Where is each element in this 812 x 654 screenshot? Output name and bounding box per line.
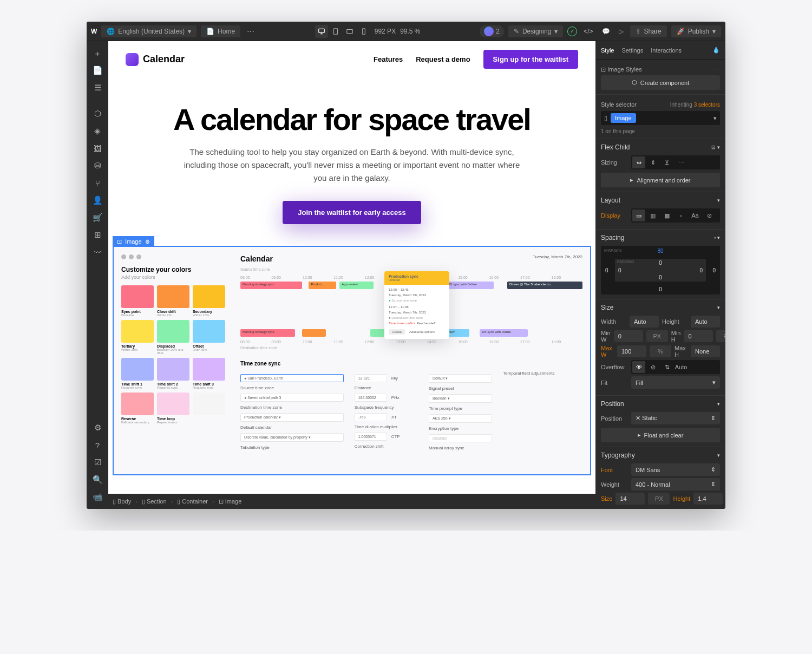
color-swatch[interactable]: Time loopRepeat timers [157, 393, 189, 424]
nav-features[interactable]: Features [374, 55, 403, 63]
color-swatch[interactable]: Time shift 2Requires sync [157, 358, 189, 389]
gear-icon[interactable]: ⚙ [145, 239, 150, 245]
ecommerce-icon[interactable]: 🛒 [90, 210, 105, 225]
breadcrumb-item[interactable]: ▯ Body [113, 498, 131, 505]
float-clear-button[interactable]: ▸ Float and clear [601, 428, 720, 442]
sizing-none-icon[interactable]: ⊻ [660, 156, 673, 168]
color-swatch[interactable]: OffsetOver 45% [193, 320, 225, 355]
timeline-event[interactable]: UX sync with Didine [446, 282, 493, 289]
timeline-event[interactable]: UX sync with Didine [480, 329, 527, 337]
tab-interactions[interactable]: Interactions [651, 44, 682, 57]
share-button[interactable]: ⇪ Share [630, 25, 667, 37]
breakpoint-tablet-icon[interactable] [329, 25, 342, 38]
weight-select[interactable]: 400 - Normal⇕ [631, 478, 720, 491]
apps-icon[interactable]: ⊞ [90, 227, 105, 243]
color-swatch[interactable]: SecondaryWithin 15% [193, 285, 225, 317]
popup-create[interactable]: Create [389, 329, 405, 335]
publish-button[interactable]: 🚀 Publish ▾ [671, 25, 721, 37]
display-inline-icon[interactable]: Aa [689, 210, 702, 221]
class-selector[interactable]: ▯ Image ▾ [601, 111, 720, 125]
popup-more[interactable]: Additional options [406, 329, 438, 335]
mode-selector[interactable]: ✎ Designing ▾ [508, 25, 563, 37]
help-icon[interactable]: ? [90, 437, 105, 453]
breadcrumb-item[interactable]: ⊡ Image [219, 498, 242, 505]
assets-icon[interactable]: 🖼 [90, 141, 105, 156]
pages-icon[interactable]: 📄 [90, 63, 105, 78]
maxw-input[interactable] [617, 345, 646, 357]
timeline-event[interactable]: Dinner @ The Snakehole Lo... [507, 282, 582, 289]
locale-selector[interactable]: 🌐 English (United States) ▾ [101, 25, 197, 37]
alignment-order-button[interactable]: ▸ Alignment and order [601, 173, 720, 187]
breakpoint-desktop-icon[interactable] [315, 25, 328, 38]
audit-check-icon[interactable]: ✓ [567, 27, 577, 36]
lineheight-input[interactable] [693, 493, 723, 505]
timeline-event[interactable] [302, 329, 326, 337]
eyedropper-icon[interactable]: 💧 [712, 43, 720, 57]
color-swatch[interactable]: Sync pointBaseline [121, 285, 154, 317]
height-input[interactable] [691, 316, 720, 328]
hero-cta[interactable]: Join the waitlist for early access [283, 201, 421, 224]
minw-input[interactable] [614, 330, 643, 342]
display-none-icon[interactable]: ⊘ [703, 210, 716, 221]
fontsize-input[interactable] [615, 493, 645, 505]
add-element-icon[interactable]: + [90, 45, 105, 61]
timeline-event[interactable]: Morning strategy sync [240, 329, 295, 337]
display-inline-block-icon[interactable]: ▫ [675, 210, 687, 221]
sizing-shrink-icon[interactable]: ⇔ [632, 156, 645, 168]
users-icon[interactable]: 👤 [90, 193, 105, 208]
color-swatch[interactable]: Time shift 1Requires sync [121, 358, 154, 389]
color-swatch[interactable]: Time shift 3Requires sync [193, 358, 225, 389]
audit-icon[interactable]: 〰 [90, 245, 105, 260]
create-component-button[interactable]: ⬡ Create component [601, 75, 720, 90]
more-menu[interactable]: ⋯ [247, 27, 256, 36]
page-selector[interactable]: 📄 Home [201, 25, 240, 37]
color-swatch[interactable]: ReverseFallback secondary [121, 393, 154, 424]
video-icon[interactable]: 📹 [90, 489, 105, 505]
chevron-down-icon[interactable]: ▾ [717, 401, 720, 407]
nav-demo[interactable]: Request a demo [416, 55, 470, 63]
canvas-zoom[interactable]: 99.5 % [400, 28, 420, 35]
nav-waitlist-cta[interactable]: Sign up for the waitlist [483, 50, 578, 69]
page-body[interactable]: Calendar Features Request a demo Sign up… [108, 41, 595, 494]
canvas-width[interactable]: 992 PX [375, 28, 396, 35]
more-icon[interactable]: ⋯ [714, 66, 720, 73]
breakpoint-landscape-icon[interactable] [343, 25, 356, 38]
overflow-scroll-icon[interactable]: ⇅ [660, 361, 673, 373]
font-select[interactable]: DM Sans⇕ [631, 463, 720, 476]
position-select[interactable]: ✕ Static⇕ [631, 412, 720, 424]
color-swatch[interactable] [193, 393, 225, 424]
components-icon[interactable]: ⬡ [90, 106, 105, 121]
code-icon[interactable]: </> [581, 28, 595, 35]
hero-sub[interactable]: The scheduling tool to help you stay org… [179, 146, 525, 185]
webflow-logo-icon[interactable]: W [91, 28, 97, 35]
breadcrumb-item[interactable]: ▯ Section [142, 498, 167, 505]
collab-avatars[interactable]: 2 [480, 25, 504, 37]
tab-settings[interactable]: Settings [621, 44, 643, 57]
settings-icon[interactable]: ⚙ [90, 420, 105, 435]
selection-label[interactable]: ⊡ Image ⚙ [113, 236, 154, 247]
hero-title[interactable]: A calendar for space travel [141, 104, 563, 135]
color-swatch[interactable]: TertiaryWithin 30% [121, 320, 154, 355]
navigator-icon[interactable]: ☰ [90, 80, 105, 95]
search-icon[interactable]: 🔍 [90, 472, 105, 487]
site-logo[interactable]: Calendar [126, 53, 185, 66]
display-flex-icon[interactable]: ▥ [646, 210, 659, 221]
color-swatch[interactable]: DisplacedBetween 30% and 45% [157, 320, 189, 355]
overflow-visible-icon[interactable]: 👁 [632, 361, 645, 373]
preview-icon[interactable]: ▷ [617, 28, 626, 35]
tab-style[interactable]: Style [601, 44, 614, 57]
variables-icon[interactable]: ◈ [90, 123, 105, 139]
breakpoint-mobile-icon[interactable] [357, 25, 370, 38]
chevron-down-icon[interactable]: ▾ [717, 305, 720, 310]
spacing-options-icon[interactable]: ▫ ▾ [714, 235, 720, 240]
sizing-grow-icon[interactable]: ⇕ [646, 156, 659, 168]
overflow-auto[interactable]: Auto [675, 361, 687, 373]
timeline-event[interactable]: Morning strategy sync [240, 282, 302, 289]
chevron-down-icon[interactable]: ▾ [717, 453, 720, 458]
fit-select[interactable]: Fill▾ [631, 376, 720, 389]
comment-icon[interactable]: 💬 [600, 28, 612, 35]
timeline-event[interactable]: App review [339, 282, 374, 289]
width-input[interactable] [630, 316, 659, 328]
selected-image-element[interactable]: ⊡ Image ⚙ Customize your colors Add your… [113, 246, 591, 475]
display-block-icon[interactable]: ▭ [632, 210, 645, 221]
